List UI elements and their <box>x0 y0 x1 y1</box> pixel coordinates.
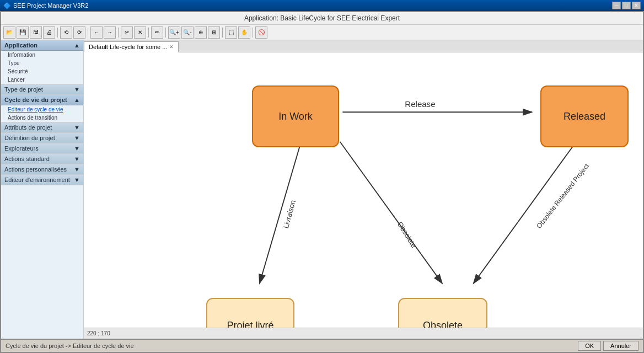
node-released[interactable]: Released <box>540 85 629 147</box>
undo-all-button[interactable]: ⟲ <box>60 26 72 39</box>
section-actions-std-header[interactable]: Actions standard ▼ <box>1 154 83 164</box>
item-editeur-cycle[interactable]: Editeur de cycle de vie <box>1 105 83 114</box>
print-button[interactable]: 🖨 <box>43 26 55 39</box>
section-cycle-header[interactable]: Cycle de vie du projet ▲ <box>1 95 83 105</box>
node-obsolete[interactable]: Obsolete <box>398 298 487 328</box>
diagram-canvas[interactable]: Release Livraison Obsolete Obsolete Rele… <box>84 52 643 328</box>
item-type: Type <box>1 59 83 67</box>
item-actions-transition: Actions de transition <box>1 114 83 122</box>
main-window: Application: Basic LifeCycle for SEE Ele… <box>0 11 644 353</box>
bottom-buttons: OK Annuler <box>578 341 638 351</box>
toolbar: 📂 💾 🖫 🖨 ⟲ ⟳ ← → ✂ ✕ ✏ 🔍+ 🔍- ⊕ ⊞ ⬚ ✋ 🚫 <box>1 25 643 40</box>
app-icon: 🔷 <box>3 2 11 9</box>
section-actions-std: Actions standard ▼ <box>1 154 83 164</box>
item-lancer: Lancer <box>1 76 83 84</box>
cancel-button[interactable]: Annuler <box>603 341 638 351</box>
redo-all-button[interactable]: ⟳ <box>73 26 85 39</box>
select-all-button[interactable]: ⬚ <box>225 26 237 39</box>
node-projetlivre-label: Projet livré <box>227 320 273 328</box>
section-editeur-label: Editeur d'environnement <box>4 176 70 183</box>
expand-icon5: ▼ <box>74 156 80 162</box>
delete-button[interactable]: ✕ <box>134 26 146 39</box>
tab-lifecycle[interactable]: Default Life-cycle for some ... ✕ <box>84 41 179 52</box>
arrow-right-button[interactable]: → <box>104 26 116 39</box>
left-panel: Application ▲ Information Type Sécurité … <box>1 40 84 339</box>
zoom-in-button[interactable]: 🔍+ <box>168 26 180 39</box>
section-definition-header[interactable]: Définition de projet ▼ <box>1 133 83 143</box>
section-definition: Définition de projet ▼ <box>1 133 83 143</box>
sep3 <box>118 28 119 38</box>
expand-icon7: ▼ <box>74 176 80 183</box>
sep2 <box>88 28 88 38</box>
svg-text:Release: Release <box>405 99 435 109</box>
section-definition-label: Définition de projet <box>4 135 55 141</box>
stop-button[interactable]: 🚫 <box>255 26 267 39</box>
menu-bar: Application: Basic LifeCycle for SEE Ele… <box>1 12 643 25</box>
collapse-icon: ▲ <box>74 42 80 49</box>
item-information: Information <box>1 51 83 59</box>
sep5 <box>165 28 166 38</box>
section-editeur-header[interactable]: Editeur d'environnement ▼ <box>1 175 83 185</box>
section-cycle-label: Cycle de vie du projet <box>4 97 67 103</box>
window-title: SEE Project Manager V3R2 <box>13 2 88 9</box>
sep4 <box>148 28 149 38</box>
expand-icon: ▼ <box>74 86 80 93</box>
sep1 <box>57 28 58 38</box>
node-obsolete-label: Obsolete <box>423 320 463 328</box>
node-released-label: Released <box>564 111 605 122</box>
zoom-out-button[interactable]: 🔍- <box>181 26 194 39</box>
svg-text:Obsolete: Obsolete <box>396 220 418 249</box>
tab-close-icon[interactable]: ✕ <box>169 44 174 50</box>
diagram-status-bar: 220 ; 170 <box>84 328 643 339</box>
maximize-button[interactable]: □ <box>622 2 631 9</box>
svg-line-3 <box>260 142 301 284</box>
section-type-projet-label: Type de projet <box>4 86 43 93</box>
edit-button[interactable]: ✏ <box>151 26 163 39</box>
section-type-projet: Type de projet ▼ <box>1 84 83 95</box>
section-type-projet-header[interactable]: Type de projet ▼ <box>1 84 83 94</box>
section-editeur: Editeur d'environnement ▼ <box>1 175 83 185</box>
tab-label: Default Life-cycle for some ... <box>89 44 167 50</box>
expand-icon6: ▼ <box>74 166 80 173</box>
section-explorateurs-header[interactable]: Explorateurs ▼ <box>1 143 83 153</box>
node-projetlivre[interactable]: Projet livré <box>206 298 294 328</box>
expand-icon2: ▼ <box>74 124 80 131</box>
hand-button[interactable]: ✋ <box>238 26 250 39</box>
zoom-fit-button[interactable]: ⊕ <box>195 26 207 39</box>
cut-button[interactable]: ✂ <box>121 26 133 39</box>
save-button[interactable]: 💾 <box>17 26 29 39</box>
section-cycle: Cycle de vie du projet ▲ Editeur de cycl… <box>1 95 83 122</box>
section-application-label: Application <box>4 42 37 49</box>
section-actions-std-label: Actions standard <box>4 156 50 162</box>
bottom-bar: Cycle de vie du projet -> Editeur de cyc… <box>1 339 643 352</box>
section-attributs-label: Attributs de projet <box>4 124 52 131</box>
collapse-icon2: ▲ <box>74 97 80 103</box>
content-area: Application ▲ Information Type Sécurité … <box>1 40 643 339</box>
diagram-area: Default Life-cycle for some ... ✕ Releas… <box>84 40 643 339</box>
section-explorateurs: Explorateurs ▼ <box>1 143 83 154</box>
open-button[interactable]: 📂 <box>3 26 15 39</box>
close-button[interactable]: ✕ <box>632 2 641 9</box>
section-attributs: Attributs de projet ▼ <box>1 122 83 133</box>
title-bar: 🔷 SEE Project Manager V3R2 ─ □ ✕ <box>0 0 644 11</box>
svg-text:Obsolete Released Project: Obsolete Released Project <box>535 162 591 230</box>
section-explorateurs-label: Explorateurs <box>4 145 39 152</box>
item-securite: Sécurité <box>1 67 83 76</box>
zoom-window-button[interactable]: ⊞ <box>208 26 220 39</box>
node-inwork[interactable]: In Work <box>252 85 339 147</box>
sep6 <box>222 28 223 38</box>
tab-bar: Default Life-cycle for some ... ✕ <box>84 40 643 52</box>
save-all-button[interactable]: 🖫 <box>30 26 42 39</box>
section-application-header[interactable]: Application ▲ <box>1 40 83 51</box>
expand-icon4: ▼ <box>74 145 80 152</box>
breadcrumb: Cycle de vie du projet -> Editeur de cyc… <box>6 343 134 349</box>
section-actions-perso-label: Actions personnalisées <box>4 166 67 173</box>
section-attributs-header[interactable]: Attributs de projet ▼ <box>1 122 83 132</box>
minimize-button[interactable]: ─ <box>612 2 621 9</box>
sep7 <box>253 28 253 38</box>
section-actions-perso-header[interactable]: Actions personnalisées ▼ <box>1 164 83 174</box>
section-actions-perso: Actions personnalisées ▼ <box>1 164 83 175</box>
svg-line-7 <box>474 142 576 284</box>
ok-button[interactable]: OK <box>578 341 601 351</box>
arrow-left-button[interactable]: ← <box>90 26 103 39</box>
